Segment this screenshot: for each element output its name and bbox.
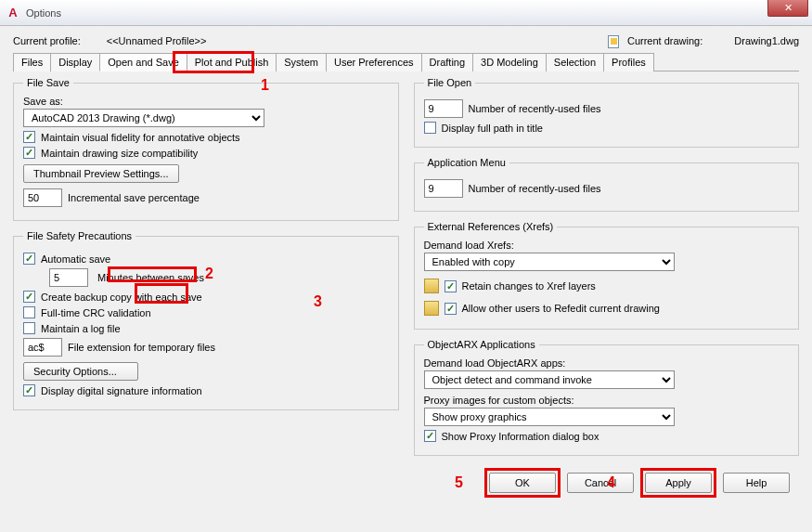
arx-group: ObjectARX Applications Demand load Objec…: [414, 339, 800, 456]
file-safety-legend: File Safety Precautions: [23, 230, 135, 241]
app-menu-legend: Application Menu: [424, 157, 509, 168]
drawing-label: Current drawing:: [627, 35, 702, 46]
tab-selection[interactable]: Selection: [546, 53, 604, 71]
xrefs-demand-select[interactable]: Enabled with copy: [424, 253, 675, 271]
drawing-value: Drawing1.dwg: [734, 35, 799, 46]
tab-system[interactable]: System: [276, 53, 327, 71]
full-path-label: Display full path in title: [442, 123, 543, 134]
app-menu-num-label: Number of recently-used files: [469, 183, 601, 194]
show-proxy-label: Show Proxy Information dialog box: [442, 431, 599, 442]
help-button[interactable]: Help: [723, 473, 790, 493]
footer: OK Cancel Apply Help: [0, 469, 812, 500]
full-path-checkbox[interactable]: [424, 122, 436, 134]
title-bar: A Options ✕: [0, 0, 812, 26]
profile-value: <<Unnamed Profile>>: [107, 35, 207, 46]
auto-save-checkbox[interactable]: [23, 253, 35, 265]
arx-proxy-label: Proxy images for custom objects:: [424, 395, 790, 406]
file-safety-group: File Safety Precautions Automatic save M…: [13, 230, 399, 410]
file-open-num-label: Number of recently-used files: [469, 103, 601, 114]
xrefs-group: External References (Xrefs) Demand load …: [414, 221, 800, 330]
app-menu-num-input[interactable]: [424, 179, 463, 198]
maintain-size-checkbox[interactable]: [23, 147, 35, 159]
signature-label: Display digital signature information: [41, 385, 202, 396]
xref-allow-icon: [424, 301, 439, 316]
app-menu-group: Application Menu Number of recently-used…: [414, 157, 800, 212]
file-open-legend: File Open: [424, 77, 476, 88]
xref-retain-icon: [424, 279, 439, 293]
maintain-visual-label: Maintain visual fidelity for annotative …: [41, 132, 240, 143]
arx-demand-label: Demand load ObjectARX apps:: [424, 357, 790, 369]
apply-button[interactable]: Apply: [645, 473, 712, 493]
tab-profiles[interactable]: Profiles: [603, 53, 654, 71]
allow-label: Allow other users to Refedit current dra…: [462, 303, 660, 314]
file-save-group: File Save Save as: AutoCAD 2013 Drawing …: [13, 77, 399, 221]
incremental-input[interactable]: [23, 188, 62, 207]
crc-label: Full-time CRC validation: [41, 307, 151, 318]
auto-save-label: Automatic save: [41, 253, 110, 265]
tab-user-preferences[interactable]: User Preferences: [326, 53, 422, 71]
backup-label: Create backup copy with each save: [41, 292, 202, 303]
file-open-num-input[interactable]: [424, 99, 463, 118]
close-icon: ✕: [784, 2, 793, 14]
arx-demand-select[interactable]: Object detect and command invoke: [424, 370, 675, 389]
show-proxy-checkbox[interactable]: [424, 430, 436, 442]
tab-files[interactable]: Files: [13, 53, 51, 71]
tabs: FilesDisplayOpen and SavePlot and Publis…: [13, 52, 799, 71]
tab-3d-modeling[interactable]: 3D Modeling: [472, 53, 547, 71]
save-as-label: Save as:: [23, 96, 389, 107]
arx-proxy-select[interactable]: Show proxy graphics: [424, 408, 675, 426]
drawing-icon: [607, 33, 622, 48]
profile-row: Current profile: <<Unnamed Profile>> Cur…: [13, 33, 799, 48]
signature-checkbox[interactable]: [23, 384, 35, 396]
ext-input[interactable]: [23, 338, 62, 357]
profile-label: Current profile:: [13, 35, 81, 46]
maintain-size-label: Maintain drawing size compatibility: [41, 148, 198, 159]
maintain-visual-checkbox[interactable]: [23, 131, 35, 143]
file-open-group: File Open Number of recently-used files …: [414, 77, 800, 148]
retain-label: Retain changes to Xref layers: [462, 280, 596, 292]
log-checkbox[interactable]: [23, 322, 35, 334]
incremental-label: Incremental save percentage: [68, 192, 200, 203]
minutes-input[interactable]: [49, 268, 88, 287]
arx-legend: ObjectARX Applications: [424, 339, 539, 350]
tab-plot-and-publish[interactable]: Plot and Publish: [187, 53, 277, 71]
save-as-select[interactable]: AutoCAD 2013 Drawing (*.dwg): [23, 109, 264, 127]
log-label: Maintain a log file: [41, 323, 121, 334]
tab-open-and-save[interactable]: Open and Save: [99, 53, 187, 71]
security-button[interactable]: Security Options...: [23, 362, 138, 381]
allow-checkbox[interactable]: [445, 303, 457, 315]
window-title: Options: [26, 7, 61, 19]
xrefs-demand-label: Demand load Xrefs:: [424, 240, 790, 251]
minutes-label: Minutes between saves: [97, 272, 204, 283]
ok-button[interactable]: OK: [489, 473, 556, 493]
xrefs-legend: External References (Xrefs): [424, 221, 558, 232]
ext-label: File extension for temporary files: [68, 342, 215, 353]
app-icon: A: [6, 6, 20, 20]
retain-checkbox[interactable]: [445, 280, 457, 292]
tab-drafting[interactable]: Drafting: [421, 53, 474, 71]
thumbnail-button[interactable]: Thumbnail Preview Settings...: [23, 164, 179, 183]
crc-checkbox[interactable]: [23, 306, 35, 318]
cancel-button[interactable]: Cancel: [567, 473, 634, 493]
tab-display[interactable]: Display: [50, 53, 100, 71]
file-save-legend: File Save: [23, 77, 73, 88]
close-button[interactable]: ✕: [767, 0, 808, 17]
backup-checkbox[interactable]: [23, 291, 35, 303]
